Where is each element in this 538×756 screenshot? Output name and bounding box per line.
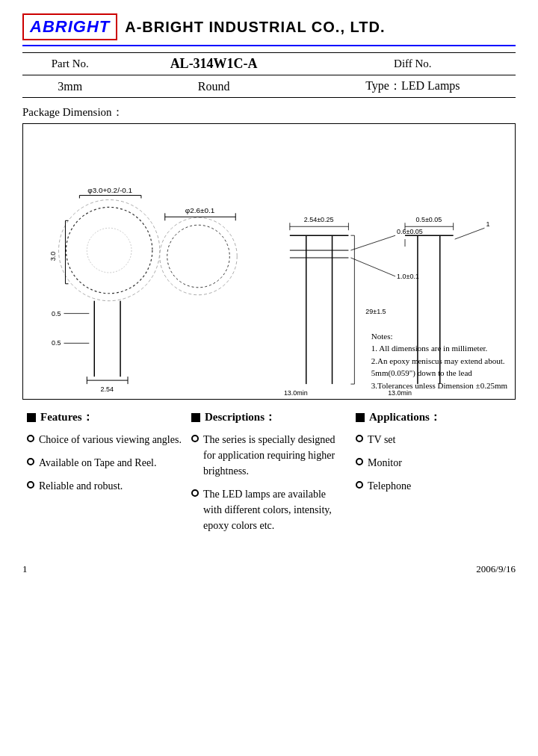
svg-text:0.5: 0.5 xyxy=(52,339,61,347)
applications-item-1: TV set xyxy=(356,432,511,447)
applications-label: Applications： xyxy=(369,410,441,424)
notes-item-2: 2.An epoxy meniscus may extend about. xyxy=(371,355,507,368)
svg-text:1: 1 xyxy=(486,220,489,228)
bullet-1 xyxy=(27,435,34,442)
applications-item-3: Telephone xyxy=(356,478,511,494)
svg-text:2.54±0.25: 2.54±0.25 xyxy=(304,216,334,223)
descriptions-icon xyxy=(191,413,200,422)
logo-box: ABRIGHT xyxy=(22,13,117,40)
svg-text:1.0±0.1: 1.0±0.1 xyxy=(397,273,419,280)
bullet-3 xyxy=(27,481,34,489)
svg-point-4 xyxy=(167,225,230,288)
fda-section: Features： Choice of various viewing angl… xyxy=(22,410,516,541)
svg-point-0 xyxy=(59,199,160,300)
svg-point-3 xyxy=(160,217,237,294)
app-bullet-3 xyxy=(356,481,363,489)
app-bullet-2 xyxy=(356,458,363,465)
applications-icon xyxy=(356,413,365,422)
part-no-label: Part No. xyxy=(22,53,118,75)
desc-bullet-1 xyxy=(191,435,199,442)
logo-bright: BRIGHT xyxy=(43,17,110,36)
applications-col: Applications： TV set Monitor Telephone xyxy=(351,410,516,541)
notes-item-3: 5mm(0.059") down to the lead xyxy=(371,367,507,379)
package-dim-label: Package Dimension： xyxy=(22,105,516,120)
descriptions-label: Descriptions： xyxy=(205,410,276,424)
features-text-2: Available on Tape and Reel. xyxy=(39,455,157,471)
descriptions-text-1: The series is specially designed for app… xyxy=(203,432,347,479)
svg-text:29±1.5: 29±1.5 xyxy=(365,308,386,315)
logo-text: ABRIGHT xyxy=(30,17,110,37)
features-icon xyxy=(27,413,36,422)
company-name: A-BRIGHT INDUSTRIAL CO., LTD. xyxy=(125,19,385,36)
notes-item-1: 1. All dimensions are in millimeter. xyxy=(371,342,507,355)
applications-text-1: TV set xyxy=(368,432,395,447)
diff-no-label: Diff No. xyxy=(310,53,516,75)
svg-text:2.54: 2.54 xyxy=(100,385,113,393)
applications-text-2: Monitor xyxy=(368,455,402,471)
notes-item-4: 3.Tolerances unless Dimension ±0.25mm xyxy=(371,379,507,392)
features-item-1: Choice of various viewing angles. xyxy=(27,432,182,447)
part-no-value: AL-314W1C-A xyxy=(118,53,310,75)
features-item-2: Available on Tape and Reel. xyxy=(27,455,182,471)
applications-text-3: Telephone xyxy=(368,478,411,494)
desc-bullet-2 xyxy=(191,489,199,497)
svg-text:0.6±0.05: 0.6±0.05 xyxy=(397,228,423,235)
descriptions-header: Descriptions： xyxy=(191,410,347,424)
shape-cell: Round xyxy=(118,75,310,98)
notes-box: Notes: 1. All dimensions are in millimet… xyxy=(371,330,507,392)
svg-text:0.5: 0.5 xyxy=(52,310,61,317)
features-text-3: Reliable and robust. xyxy=(39,478,123,494)
app-bullet-1 xyxy=(356,435,363,442)
svg-text:φ2.6±0.1: φ2.6±0.1 xyxy=(185,206,215,214)
svg-text:13.0min: 13.0min xyxy=(284,389,308,397)
svg-line-52 xyxy=(455,228,485,239)
descriptions-item-2: The LED lamps are available with differe… xyxy=(191,486,347,533)
svg-text:0.5±0.05: 0.5±0.05 xyxy=(415,216,442,223)
footer-date: 2006/9/16 xyxy=(476,563,516,575)
package-section: Package Dimension： φ3.0+0.2/-0.1 3.0 xyxy=(22,105,516,400)
svg-text:φ3.0+0.2/-0.1: φ3.0+0.2/-0.1 xyxy=(87,186,132,194)
svg-point-2 xyxy=(87,228,132,273)
svg-text:3.0: 3.0 xyxy=(49,252,57,261)
applications-item-2: Monitor xyxy=(356,455,511,471)
svg-line-32 xyxy=(350,235,395,250)
descriptions-item-1: The series is specially designed for app… xyxy=(191,432,347,479)
bullet-2 xyxy=(27,458,34,465)
type-cell: Type：LED Lamps xyxy=(310,75,516,98)
logo-a: A xyxy=(30,17,43,36)
descriptions-col: Descriptions： The series is specially de… xyxy=(187,410,351,541)
size-cell: 3mm xyxy=(22,75,118,98)
header-line xyxy=(22,45,516,46)
svg-point-1 xyxy=(66,207,152,293)
header: ABRIGHT A-BRIGHT INDUSTRIAL CO., LTD. xyxy=(22,13,516,40)
part-info-table: Part No. AL-314W1C-A Diff No. 3mm Round … xyxy=(22,52,516,98)
svg-line-34 xyxy=(350,258,395,276)
features-item-3: Reliable and robust. xyxy=(27,478,182,494)
features-col: Features： Choice of various viewing angl… xyxy=(22,410,187,541)
footer-page: 1 xyxy=(22,563,28,575)
features-label: Features： xyxy=(40,410,93,424)
features-text-1: Choice of various viewing angles. xyxy=(39,432,182,447)
footer: 1 2006/9/16 xyxy=(22,563,516,575)
notes-title: Notes: xyxy=(371,330,507,343)
applications-header: Applications： xyxy=(356,410,511,424)
package-box: φ3.0+0.2/-0.1 3.0 0.5 0.5 2.54 φ2.6±0.1 xyxy=(22,123,516,400)
descriptions-text-2: The LED lamps are available with differe… xyxy=(203,486,347,533)
features-header: Features： xyxy=(27,410,182,424)
